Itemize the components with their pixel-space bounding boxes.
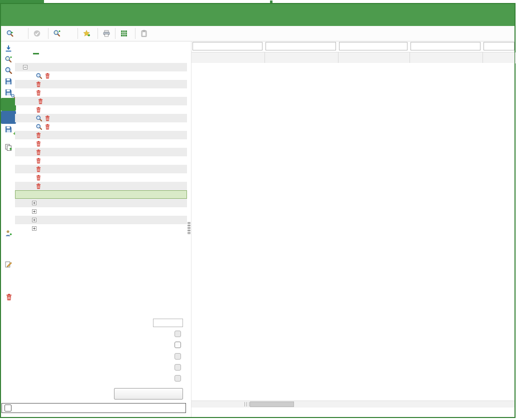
checkbox-erweiterte-schalterleiste[interactable] xyxy=(174,342,181,348)
checkbox-vergleichsoperatoren[interactable] xyxy=(174,331,181,337)
run-search-button[interactable] xyxy=(3,28,26,38)
panel-splitter[interactable] xyxy=(187,41,191,417)
option-einfeldsuche[interactable] xyxy=(19,363,187,371)
delete-condition-icon[interactable] xyxy=(36,183,41,189)
tree-group-row[interactable] xyxy=(15,63,187,71)
value-search-icon[interactable] xyxy=(36,115,42,121)
condition-row[interactable] xyxy=(15,88,187,97)
value-search-icon[interactable] xyxy=(36,73,42,79)
expand-icon[interactable] xyxy=(32,209,36,214)
save-search-as-icon[interactable] xyxy=(2,87,15,98)
relation-row[interactable] xyxy=(15,216,187,224)
scroll-left-icon[interactable] xyxy=(192,401,199,408)
expand-icon[interactable] xyxy=(32,218,36,222)
relation-row[interactable] xyxy=(15,207,187,216)
print-button[interactable] xyxy=(100,28,114,38)
delete-condition-icon[interactable] xyxy=(36,141,41,147)
export-sql-icon[interactable] xyxy=(1,111,16,124)
option-duplikate-erlauben[interactable] xyxy=(19,352,187,360)
max-results-input[interactable] xyxy=(153,319,183,327)
search-and-apply-button[interactable] xyxy=(50,28,66,38)
move-down-icon[interactable] xyxy=(2,314,15,325)
open-search-icon[interactable] xyxy=(2,65,15,76)
toolbar xyxy=(1,26,514,41)
option-ausfuehrungskosten[interactable] xyxy=(19,374,187,382)
condition-row[interactable] xyxy=(15,122,187,131)
load-search-icon[interactable] xyxy=(2,43,15,54)
delete-condition-icon[interactable] xyxy=(36,90,41,96)
condition-row[interactable] xyxy=(15,97,187,105)
delete-condition-icon[interactable] xyxy=(36,175,41,181)
option-erweiterte-schalterleiste[interactable] xyxy=(19,341,187,349)
tab-ausgewaehlte-suche[interactable] xyxy=(19,42,25,54)
checkbox-einfeldsuche[interactable] xyxy=(174,364,181,371)
column-header-kurzname[interactable] xyxy=(264,52,338,63)
filter-input-kurzname[interactable] xyxy=(266,42,336,50)
paste-clipboard-button xyxy=(137,28,154,38)
condition-row[interactable] xyxy=(15,131,187,139)
new-button[interactable] xyxy=(80,28,96,38)
checkbox-ausfuehrungskosten[interactable] xyxy=(174,375,181,382)
delete-condition-icon[interactable] xyxy=(45,115,50,121)
delete-condition-icon[interactable] xyxy=(36,166,41,172)
new-search-icon[interactable] xyxy=(2,54,15,65)
relation-row[interactable] xyxy=(15,224,187,233)
expand-icon[interactable] xyxy=(32,226,36,231)
export-xml-icon[interactable] xyxy=(1,98,16,111)
tree-root-row[interactable] xyxy=(15,54,187,63)
revert-icon[interactable] xyxy=(2,281,15,292)
condition-row[interactable] xyxy=(15,156,187,165)
filter-input-firma[interactable] xyxy=(339,42,408,50)
column-header-zusatz1[interactable] xyxy=(410,52,483,63)
condition-row[interactable] xyxy=(15,173,187,182)
scrollbar-thumb[interactable] xyxy=(250,402,294,407)
condition-row-selected[interactable] xyxy=(15,190,187,199)
delete-condition-icon[interactable] xyxy=(45,73,50,79)
column-freeze-grip[interactable] xyxy=(244,402,250,407)
delete-condition-icon[interactable] xyxy=(36,132,41,138)
data-export-button[interactable] xyxy=(117,28,134,38)
checkbox-duplikate-erlauben[interactable] xyxy=(174,353,181,360)
delete-condition-icon[interactable] xyxy=(36,158,41,164)
condition-row[interactable] xyxy=(15,139,187,148)
condition-row[interactable] xyxy=(15,165,187,173)
filter-input-zusatz1[interactable] xyxy=(410,42,480,50)
edit-condition-icon[interactable] xyxy=(2,259,15,270)
condition-row[interactable] xyxy=(15,80,187,88)
delete-condition-icon[interactable] xyxy=(38,98,43,104)
option-vergleichsoperatoren[interactable] xyxy=(19,330,187,338)
column-header-firma[interactable] xyxy=(338,52,410,63)
scroll-right-icon[interactable] xyxy=(507,401,514,408)
horizontal-scrollbar[interactable] xyxy=(192,401,514,408)
column-header-extra[interactable] xyxy=(482,52,516,63)
column-header-erp-gp-nr[interactable] xyxy=(192,52,265,63)
delete-condition-icon[interactable] xyxy=(2,292,15,303)
checkbox-auto-open[interactable] xyxy=(4,405,12,412)
add-relation-icon[interactable] xyxy=(2,228,15,239)
condition-row[interactable] xyxy=(15,71,187,80)
splitter-grip[interactable] xyxy=(188,222,190,235)
condition-row[interactable] xyxy=(15,148,187,156)
filter-input-extra[interactable] xyxy=(484,42,514,50)
condition-row[interactable] xyxy=(15,105,187,114)
count-data-button[interactable] xyxy=(66,32,76,35)
less-options-button[interactable] xyxy=(114,388,183,400)
delete-condition-icon[interactable] xyxy=(45,124,50,130)
send-mail-icon[interactable] xyxy=(2,153,15,164)
relation-row[interactable] xyxy=(15,199,187,207)
copy-search-icon[interactable] xyxy=(2,142,15,153)
delete-condition-icon[interactable] xyxy=(36,81,41,87)
save-dataset-icon[interactable]: + xyxy=(2,124,15,135)
collapse-icon[interactable] xyxy=(23,65,28,69)
condition-row[interactable] xyxy=(15,114,187,122)
delete-condition-icon[interactable] xyxy=(36,149,41,155)
delete-condition-icon[interactable] xyxy=(36,107,41,113)
move-up-icon[interactable] xyxy=(2,303,15,314)
auto-open-option[interactable] xyxy=(2,403,186,413)
expand-icon[interactable] xyxy=(32,201,36,205)
filter-input-erp-gp-nr[interactable] xyxy=(192,42,262,50)
value-search-icon[interactable] xyxy=(36,124,42,130)
save-search-icon[interactable] xyxy=(2,76,15,87)
condition-row[interactable] xyxy=(15,182,187,190)
tab-suche-bearbeiten[interactable] xyxy=(33,42,39,54)
